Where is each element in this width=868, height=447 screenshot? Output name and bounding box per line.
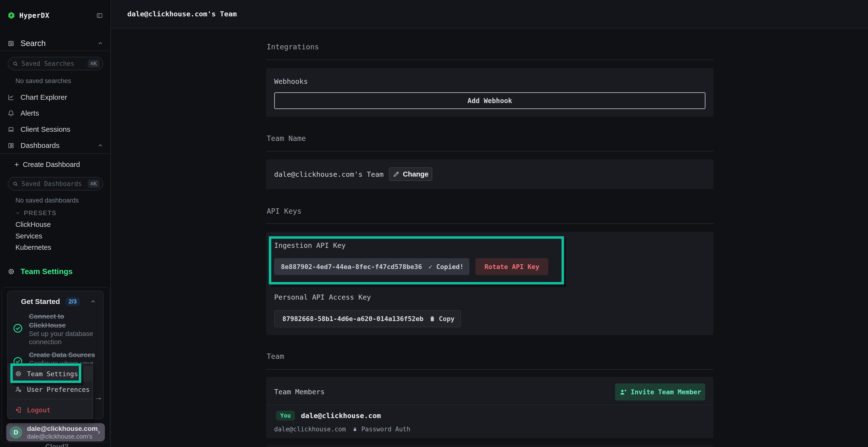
sidebar-item-alerts[interactable]: Alerts xyxy=(8,106,103,121)
webhooks-panel: Webhooks Add Webhook xyxy=(266,68,713,117)
arrow-right-icon: → xyxy=(94,392,103,402)
magnifier-icon xyxy=(12,61,18,66)
section-label-team: Team xyxy=(267,352,284,361)
section-divider xyxy=(266,60,713,60)
invite-team-member-button[interactable]: Invite Team Member xyxy=(615,383,705,401)
webhooks-label: Webhooks xyxy=(274,77,308,86)
check-circle-icon xyxy=(13,323,23,333)
saved-dashboards-input[interactable] xyxy=(22,180,88,187)
chevron-up-icon xyxy=(97,143,103,148)
team-panel-divider xyxy=(266,405,713,405)
user-texts: dale@clickhouse.com dale@clickhouse.com'… xyxy=(27,424,96,440)
page-title: dale@clickhouse.com's Team xyxy=(127,10,237,18)
team-panel: Team Members Invite Team Member You dale… xyxy=(266,377,713,438)
annotation-box-ingestion-key xyxy=(269,236,564,284)
pencil-icon xyxy=(393,171,400,177)
personal-api-key-label: Personal API Access Key xyxy=(274,293,371,302)
line-chart-icon xyxy=(8,94,14,101)
team-settings-label: Team Settings xyxy=(21,267,72,276)
sidebar-item-team-settings[interactable]: Team Settings xyxy=(8,264,72,279)
user-account-chip[interactable]: D dale@clickhouse.com dale@clickhouse.co… xyxy=(6,423,105,442)
magnifier-icon xyxy=(12,181,18,187)
team-name-panel: dale@clickhouse.com's Team Change xyxy=(266,160,713,189)
clipboard-icon xyxy=(429,316,435,322)
preset-label: Services xyxy=(16,232,42,240)
preset-item-services[interactable]: Services xyxy=(16,231,42,241)
create-dashboard-button[interactable]: + Create Dashboard xyxy=(14,158,80,171)
section-divider xyxy=(266,223,713,224)
sidebar-item-dashboards[interactable]: Dashboards xyxy=(8,138,103,153)
preset-label: Kubernetes xyxy=(16,243,51,251)
change-team-name-button[interactable]: Change xyxy=(389,167,432,181)
menu-item-logout[interactable]: Logout xyxy=(8,402,92,418)
annotation-box-team-settings xyxy=(10,364,81,383)
chevron-up-icon xyxy=(90,299,96,304)
shortcut-badge: ⌘K xyxy=(88,180,99,188)
personal-api-key-chip: 87982668-58b1-4d6e-a620-014a136f52eb Cop… xyxy=(274,310,461,327)
search-section-label: Search xyxy=(21,39,46,48)
brand-name: HyperDX xyxy=(19,11,50,20)
personal-api-key-value: 87982668-58b1-4d6e-a620-014a136f52eb xyxy=(282,315,424,322)
get-started-item[interactable]: Connect to ClickHouse Set up your databa… xyxy=(29,312,95,346)
get-started-title: Get Started xyxy=(21,298,60,306)
page-header: dale@clickhouse.com's Team xyxy=(111,0,868,28)
menu-item-label: Logout xyxy=(27,406,51,414)
api-keys-panel: Ingestion API Key 8e887902-4ed7-44ea-8fe… xyxy=(266,232,713,335)
progress-badge: 2/3 xyxy=(65,297,80,306)
menu-item-label: User Preferences xyxy=(27,386,90,393)
menu-divider xyxy=(8,399,93,399)
plus-icon: + xyxy=(14,160,19,169)
chevron-right-icon xyxy=(96,429,101,435)
get-started-header[interactable]: Get Started 2/3 xyxy=(21,296,96,307)
hyperdx-logo-icon xyxy=(8,12,15,19)
add-webhook-button[interactable]: Add Webhook xyxy=(274,92,706,109)
menu-item-user-preferences[interactable]: User Preferences xyxy=(8,382,92,397)
section-label-api-keys: API Keys xyxy=(267,207,302,215)
sidebar-item-label: Chart Explorer xyxy=(21,93,67,101)
preset-label: ClickHouse xyxy=(16,220,51,229)
saved-searches-input[interactable] xyxy=(22,60,88,67)
sidebar-divider xyxy=(0,153,111,154)
member-email: dale@clickhouse.com xyxy=(274,425,346,433)
sidebar-item-chart-explorer[interactable]: Chart Explorer xyxy=(8,90,103,105)
sidebar-section-search[interactable]: Search xyxy=(8,36,103,50)
preset-item-kubernetes[interactable]: Kubernetes xyxy=(16,243,51,252)
sidebar-item-label: Client Sessions xyxy=(21,125,70,133)
section-label-integrations: Integrations xyxy=(267,43,319,51)
app-root: HyperDX Search ⌘K No saved searches xyxy=(0,0,868,447)
user-team-name: dale@clickhouse.com's xyxy=(27,433,96,440)
shortcut-badge: ⌘K xyxy=(88,60,99,68)
no-saved-dashboards-text: No saved dashboards xyxy=(16,197,79,204)
user-gear-icon xyxy=(15,386,22,393)
chevron-up-icon xyxy=(97,40,103,46)
section-divider xyxy=(266,369,713,370)
sidebar: HyperDX Search ⌘K No saved searches xyxy=(0,0,111,447)
sidebar-collapse-button[interactable] xyxy=(96,12,103,19)
laptop-icon xyxy=(8,126,14,133)
chevron-down-icon xyxy=(16,211,20,215)
presets-label: PRESETS xyxy=(24,209,56,217)
get-started-item-subtitle: Set up your database connection xyxy=(29,330,95,346)
sidebar-item-client-sessions[interactable]: Client Sessions xyxy=(8,122,103,137)
saved-searches-search[interactable]: ⌘K xyxy=(8,57,103,70)
search-section-icon xyxy=(8,40,14,47)
bell-icon xyxy=(8,110,14,116)
saved-dashboards-search[interactable]: ⌘K xyxy=(8,177,103,191)
get-started-item-title: Create Data Sources xyxy=(29,350,95,359)
sidebar-divider xyxy=(0,50,111,51)
presets-toggle[interactable]: PRESETS xyxy=(16,209,56,217)
user-plus-icon xyxy=(619,388,626,396)
get-started-item-title: Connect to ClickHouse xyxy=(29,312,95,330)
copy-button-label: Copy xyxy=(439,315,455,322)
clipped-cloud-text: Cloud? xyxy=(45,443,68,447)
preset-item-clickhouse[interactable]: ClickHouse xyxy=(16,220,51,229)
copy-button[interactable]: Copy xyxy=(429,315,455,322)
team-members-label: Team Members xyxy=(274,387,325,396)
create-dashboard-label: Create Dashboard xyxy=(23,161,80,169)
team-name-value: dale@clickhouse.com's Team xyxy=(274,160,383,189)
dashboard-grid-icon xyxy=(8,142,14,149)
logo-row: HyperDX xyxy=(8,10,103,20)
member-details-row: dale@clickhouse.com Password Auth xyxy=(274,425,410,433)
sidebar-item-label: Dashboards xyxy=(21,141,60,149)
sidebar-item-label: Alerts xyxy=(21,109,39,117)
